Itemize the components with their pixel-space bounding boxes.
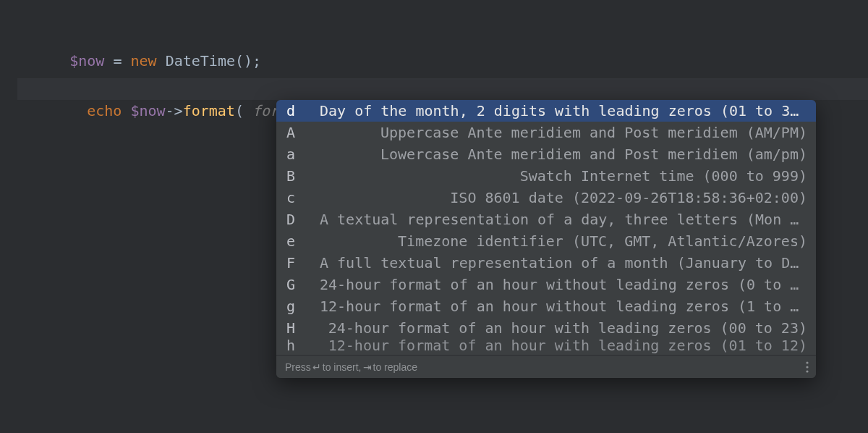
completion-item[interactable]: eTimezone identifier (UTC, GMT, Atlantic… <box>276 230 816 252</box>
completion-item[interactable]: g12-hour format of an hour without leadi… <box>276 295 816 317</box>
completion-item[interactable]: G24-hour format of an hour without leadi… <box>276 274 816 295</box>
svg-point-0 <box>806 361 808 363</box>
completion-item[interactable]: H24-hour format of an hour with leading … <box>276 317 816 339</box>
token-variable: $now <box>130 102 165 119</box>
enter-key-icon: ↵ <box>311 361 323 373</box>
completion-description: 12-hour format of an hour with leading z… <box>308 339 807 355</box>
svg-point-2 <box>806 370 808 372</box>
completion-description: 24-hour format of an hour without leadin… <box>308 274 807 295</box>
completion-description: ISO 8601 date (2022-09-26T18:58:36+02:00… <box>308 187 807 209</box>
completion-key: H <box>286 317 308 339</box>
completion-key: G <box>286 274 308 295</box>
completion-description: A textual representation of a day, three… <box>308 209 807 230</box>
completion-description: Timezone identifier (UTC, GMT, Atlantic/… <box>308 230 807 252</box>
token-punctuation: () <box>235 52 252 70</box>
completion-item[interactable]: BSwatch Internet time (000 to 999) <box>276 165 816 187</box>
completion-key: d <box>286 100 308 122</box>
completion-key: B <box>286 165 308 187</box>
completion-description: Lowercase Ante meridiem and Post meridie… <box>308 143 807 165</box>
token-arrow: -> <box>166 102 183 119</box>
token-semicolon: ; <box>252 52 261 70</box>
token-keyword: new <box>130 52 165 70</box>
token-open-paren: ( <box>235 102 244 119</box>
tab-key-icon: ⇥ <box>362 361 373 373</box>
completion-item[interactable]: aLowercase Ante meridiem and Post meridi… <box>276 143 816 165</box>
completion-description: 24-hour format of an hour with leading z… <box>308 317 807 339</box>
code-line-active[interactable]: echo $now->format( format: ''); <box>17 78 868 100</box>
footer-text: Press <box>285 361 311 373</box>
completion-key: D <box>286 209 308 230</box>
completion-footer: Press ↵ to insert, ⇥ to replace <box>276 355 816 378</box>
code-completion-popup[interactable]: dDay of the month, 2 digits with leading… <box>276 100 816 378</box>
completion-item[interactable]: AUppercase Ante meridiem and Post meridi… <box>276 122 816 143</box>
completion-item[interactable]: dDay of the month, 2 digits with leading… <box>276 100 816 122</box>
completion-item[interactable]: DA textual representation of a day, thre… <box>276 209 816 230</box>
completion-description: Uppercase Ante meridiem and Post meridie… <box>308 122 807 143</box>
code-editor[interactable]: $now = new DateTime(); echo $now->format… <box>17 0 868 433</box>
footer-text: to replace <box>373 361 417 373</box>
completion-key: a <box>286 143 308 165</box>
completion-key: h <box>286 339 308 355</box>
completion-description: Swatch Internet time (000 to 999) <box>308 165 807 187</box>
completion-key: F <box>286 252 308 274</box>
completion-item[interactable]: FA full textual representation of a mont… <box>276 252 816 274</box>
completion-key: g <box>286 295 308 317</box>
completion-item[interactable]: h12-hour format of an hour with leading … <box>276 339 816 355</box>
completion-description: Day of the month, 2 digits with leading … <box>308 100 807 122</box>
completion-key: e <box>286 230 308 252</box>
completion-key: A <box>286 122 308 143</box>
completion-list[interactable]: dDay of the month, 2 digits with leading… <box>276 100 816 355</box>
more-options-icon[interactable] <box>806 361 809 373</box>
editor-gutter <box>0 0 17 433</box>
completion-item[interactable]: cISO 8601 date (2022-09-26T18:58:36+02:0… <box>276 187 816 209</box>
token-operator: = <box>104 52 130 70</box>
svg-point-1 <box>806 366 808 368</box>
completion-key: c <box>286 187 308 209</box>
token-method: format <box>183 102 235 119</box>
completion-description: A full textual representation of a month… <box>308 252 807 274</box>
completion-description: 12-hour format of an hour without leadin… <box>308 295 807 317</box>
token-class: DateTime <box>166 52 235 70</box>
token-variable: $now <box>69 52 104 70</box>
token-keyword: echo <box>87 102 130 119</box>
footer-text: to insert, <box>323 361 362 373</box>
